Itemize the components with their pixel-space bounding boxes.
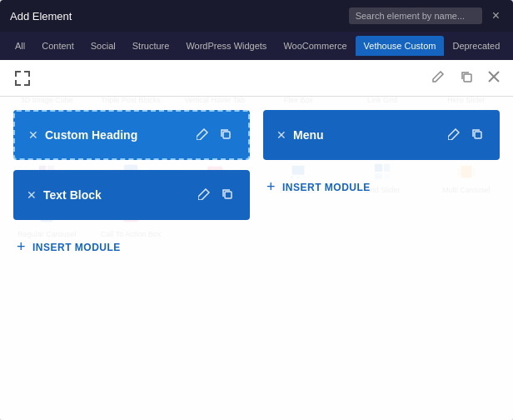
insert-module-left-label: INSERT MODULE: [32, 242, 121, 253]
tab-woocommerce[interactable]: WooCommerce: [275, 36, 355, 56]
svg-rect-69: [225, 192, 232, 198]
module-duplicate-button[interactable]: [468, 127, 486, 144]
modal-title: Add Element: [10, 10, 349, 22]
custom-heading-module[interactable]: ✕ Custom Heading: [13, 110, 250, 160]
toolbar-left: [10, 66, 420, 91]
duplicate-action-button[interactable]: [456, 67, 476, 90]
tab-content[interactable]: Content: [33, 36, 82, 56]
tab-vethouse-custom[interactable]: Vethouse Custom: [356, 36, 445, 56]
insert-module-left-button[interactable]: + INSERT MODULE: [13, 230, 250, 264]
tabs-bar: All Content Social Structure WordPress W…: [0, 32, 513, 60]
modal-header: Add Element ×: [0, 0, 513, 32]
modal-close-button[interactable]: ×: [489, 7, 503, 25]
tab-wordpress-widgets[interactable]: WordPress Widgets: [177, 36, 275, 56]
module-edit-button[interactable]: [195, 187, 213, 204]
tab-deprecated[interactable]: Deprecated: [444, 36, 508, 56]
add-element-modal: Add Element × All Content Social Structu…: [0, 0, 513, 420]
remove-icon: ✕: [28, 128, 38, 142]
insert-module-right-button[interactable]: + INSERT MODULE: [263, 170, 500, 204]
text-block-module[interactable]: ✕ Text Block: [13, 170, 250, 220]
tab-all[interactable]: All: [7, 36, 33, 56]
module-edit-button[interactable]: [193, 127, 212, 144]
search-input[interactable]: [349, 8, 482, 24]
column-right: ✕ Menu: [263, 110, 500, 407]
module-actions: [445, 127, 486, 144]
insert-module-right-label: INSERT MODULE: [282, 182, 371, 193]
tab-social[interactable]: Social: [82, 36, 124, 56]
remove-icon: ✕: [276, 128, 286, 142]
svg-rect-65: [464, 74, 471, 82]
svg-rect-68: [223, 132, 230, 138]
expand-icon[interactable]: [10, 66, 35, 91]
column-left: ✕ Custom Heading: [13, 110, 250, 407]
module-label: Text Block: [43, 188, 188, 202]
edit-action-button[interactable]: [428, 67, 448, 90]
remove-icon: ✕: [27, 188, 37, 202]
plus-icon: +: [17, 238, 26, 256]
module-edit-button[interactable]: [445, 127, 463, 144]
content-area: 3D Image Cube Triple Post Blocks: [0, 60, 513, 420]
plus-icon: +: [266, 178, 276, 196]
overlay-body: ✕ Custom Heading: [0, 97, 513, 420]
module-duplicate-button[interactable]: [218, 187, 237, 204]
module-label: Menu: [293, 128, 438, 142]
tab-structure[interactable]: Structure: [124, 36, 178, 56]
svg-rect-70: [475, 132, 481, 138]
overlay-panel: ✕ Custom Heading: [0, 60, 513, 420]
module-label: Custom Heading: [45, 128, 187, 142]
close-overlay-button[interactable]: [485, 68, 503, 89]
menu-module[interactable]: ✕ Menu: [263, 110, 500, 160]
module-duplicate-button[interactable]: [217, 127, 235, 144]
module-actions: [193, 127, 235, 144]
module-actions: [195, 187, 237, 204]
overlay-toolbar: [0, 60, 513, 97]
